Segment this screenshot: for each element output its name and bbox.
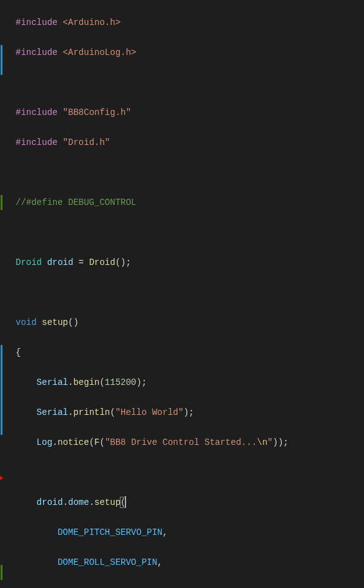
function: setup [37,317,68,327]
operator: = [79,257,89,267]
property: dome [68,497,89,507]
preproc-directive: #include [16,137,57,147]
punct: . [89,497,94,507]
code-line[interactable] [16,285,364,300]
code-line[interactable] [16,165,364,180]
code-line[interactable]: Serial.begin(115200); [16,375,364,390]
punct: ( [110,407,115,417]
punct: , [157,557,162,567]
punct: ); [136,377,147,387]
gutter [0,0,3,588]
code-line[interactable]: Log.notice(F("BB8 Drive Control Started.… [16,435,364,450]
punct: (); [116,257,131,267]
object: droid [37,497,63,507]
punct: ( [89,437,94,447]
code-editor[interactable]: #include <Arduino.h> #include <ArduinoLo… [0,0,364,588]
code-line[interactable] [16,465,364,480]
object: Log [37,437,52,447]
code-line[interactable]: #include <Arduino.h> [16,15,364,30]
preproc-directive: #include [16,47,57,57]
punct: . [63,497,68,507]
punct: . [52,437,57,447]
code-line[interactable]: droid.dome.setup( [16,495,364,510]
method: setup [94,497,121,507]
gutter-marker [1,565,2,580]
indent [16,407,37,417]
code-line[interactable]: #include <ArduinoLog.h> [16,45,364,60]
constant: DOME_PITCH_SERVO_PIN [57,527,162,537]
code-line[interactable]: void setup() [16,315,364,330]
code-line[interactable] [16,225,364,240]
string: " [267,437,272,447]
include-path: "BB8Config.h" [57,107,131,117]
gutter-marker [1,345,2,435]
include-path: "Droid.h" [57,137,110,147]
indent [16,377,37,387]
escape: \n [257,437,268,447]
code-line[interactable]: //#define DEBUG_CONTROL [16,195,364,210]
object: Serial [37,377,68,387]
punct: ( [99,377,104,387]
punct: ); [184,407,194,417]
number: 115200 [105,377,136,387]
code-line[interactable]: #include "BB8Config.h" [16,105,364,120]
indent [16,497,37,507]
code-line[interactable]: #include "Droid.h" [16,135,364,150]
gutter-marker [1,45,2,75]
preproc-directive: #include [16,17,57,27]
include-path: <Arduino.h> [57,17,121,27]
brace: { [16,347,21,357]
code-line[interactable]: Serial.println("Hello World"); [16,405,364,420]
keyword: void [16,317,37,327]
constant: DOME_ROLL_SERVO_PIN [57,557,157,567]
variable: droid [42,257,79,267]
string: "Hello World" [116,407,184,417]
code-line[interactable]: DOME_ROLL_SERVO_PIN, [16,555,364,570]
gutter-marker [1,195,2,210]
indent [16,527,57,537]
type: Droid [16,257,42,267]
object: Serial [37,407,68,417]
code-line[interactable]: Droid droid = Droid(); [16,255,364,270]
method: begin [73,377,99,387]
preproc-directive: #include [16,107,57,117]
method: notice [57,437,89,447]
code-line[interactable] [16,75,364,90]
punct: ( [99,437,104,447]
method: println [73,407,110,417]
indent [16,437,37,447]
punct: , [162,527,167,537]
code-line[interactable]: { [16,345,364,360]
code-line[interactable]: DOME_SPIN_SERVO_PIN, [16,585,364,588]
constructor: Droid [89,257,116,267]
include-path: <ArduinoLog.h> [57,47,136,57]
string: "BB8 Drive Control Started... [105,437,257,447]
punct: () [68,317,79,327]
cursor-icon [125,496,126,507]
code-line[interactable]: DOME_PITCH_SERVO_PIN, [16,525,364,540]
error-marker [0,475,3,481]
code-area[interactable]: #include <Arduino.h> #include <ArduinoLo… [3,0,364,588]
comment: //#define DEBUG_CONTROL [16,197,136,207]
punct: )); [273,437,288,447]
indent [16,557,57,567]
